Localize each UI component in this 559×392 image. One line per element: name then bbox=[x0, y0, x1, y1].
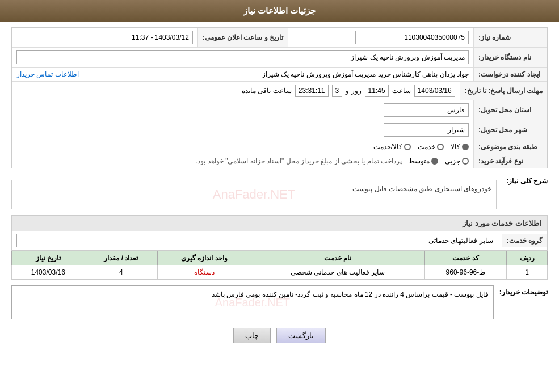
province-input: فارس bbox=[384, 103, 469, 117]
buyer-org-input: مدیریت آموزش وپرورش ناحیه یک شیراز bbox=[16, 50, 469, 64]
description-wrapper: AnaFader.NET خودروهای استیجاری طبق مشخصا… bbox=[11, 174, 497, 209]
city-input: شیراز bbox=[384, 123, 469, 137]
description-label: شرح کلی نیاز: bbox=[502, 174, 548, 185]
group-service-input: سایر فعالیتهای خدماتی bbox=[16, 234, 497, 247]
city-row: شهر محل تحویل: شیراز bbox=[12, 120, 547, 140]
category-row: طبقه بندی موضوعی: کالا خدمت bbox=[12, 140, 547, 154]
province-label: استان محل تحویل: bbox=[473, 100, 547, 120]
city-value: شیراز bbox=[12, 120, 473, 140]
col-service-name: نام خدمت bbox=[251, 251, 424, 265]
province-row: استان محل تحویل: فارس bbox=[12, 100, 547, 120]
deadline-row: مهلت ارسال پاسخ: تا تاریخ: 1403/03/16 سا… bbox=[12, 82, 547, 100]
need-number-label: شماره نیاز: bbox=[473, 28, 547, 47]
radio-jozyi-icon bbox=[462, 158, 469, 165]
announce-date-label: تاریخ و ساعت اعلان عمومی: bbox=[197, 28, 288, 47]
buyer-org-row: نام دستگاه خریدار: مدیریت آموزش وپرورش ن… bbox=[12, 48, 547, 68]
cell-unit: دستگاه bbox=[158, 265, 251, 280]
page-header: جزئیات اطلاعات نیاز bbox=[0, 0, 559, 22]
deadline-date-input: 1403/03/16 bbox=[414, 85, 455, 97]
category-option-kala[interactable]: کالا bbox=[451, 143, 469, 151]
cell-date: 1403/03/16 bbox=[12, 265, 85, 280]
requester-label: ایجاد کننده درخواست: bbox=[473, 68, 547, 81]
buttons-row: بازگشت چاپ bbox=[11, 328, 548, 352]
purchase-type-label: نوع فرآیند خرید: bbox=[473, 154, 547, 168]
buyer-org-label: نام دستگاه خریدار: bbox=[473, 48, 547, 67]
province-value: فارس bbox=[12, 100, 473, 120]
purchase-type-jozyi[interactable]: جزیی bbox=[445, 157, 469, 165]
group-service-label: گروه خدمت: bbox=[502, 234, 547, 247]
buyer-desc-value: AnaFader.NET فایل پیوست - قیمت براساس 4 … bbox=[11, 285, 494, 319]
group-service-value: سایر فعالیتهای خدماتی bbox=[12, 231, 502, 250]
col-row-num: ردیف bbox=[507, 251, 548, 265]
description-text: خودروهای استیجاری طبق مشخصات فایل پیوست bbox=[12, 180, 496, 209]
announce-date-value: 1403/03/12 - 11:37 bbox=[12, 28, 197, 47]
col-date: تاریخ نیاز bbox=[12, 251, 85, 265]
group-service-row: گروه خدمت: سایر فعالیتهای خدماتی bbox=[11, 231, 548, 251]
cell-row-num: 1 bbox=[507, 265, 548, 280]
page-title: جزئیات اطلاعات نیاز bbox=[243, 6, 316, 15]
description-section: شرح کلی نیاز: AnaFader.NET خودروهای استی… bbox=[11, 174, 548, 209]
print-button[interactable]: چاپ bbox=[233, 328, 271, 343]
category-radio-group: کالا خدمت کالا/خدمت bbox=[373, 143, 469, 151]
deadline-remaining-input: 23:31:11 bbox=[295, 85, 329, 97]
purchase-type-motavasset[interactable]: متوسط bbox=[409, 157, 438, 165]
category-value: کالا خدمت کالا/خدمت bbox=[12, 140, 473, 154]
requester-row: ایجاد کننده درخواست: جواد یزدان پناهی کا… bbox=[12, 68, 547, 82]
purchase-type-row: نوع فرآیند خرید: جزیی متوسط پرداخت تمام … bbox=[12, 154, 547, 168]
description-box: AnaFader.NET خودروهای استیجاری طبق مشخصا… bbox=[11, 180, 497, 209]
city-label: شهر محل تحویل: bbox=[473, 120, 547, 140]
deadline-value: 1403/03/16 ساعت 11:45 روز و 3 23:31:11 bbox=[12, 82, 460, 100]
back-button[interactable]: بازگشت bbox=[276, 328, 326, 343]
radio-kala-khedmat-icon bbox=[404, 144, 411, 150]
category-option-khedmat[interactable]: خدمت bbox=[418, 143, 444, 151]
need-number-input: 1103004035000075 bbox=[355, 31, 469, 44]
main-info-section: شماره نیاز: 1103004035000075 تاریخ و ساع… bbox=[11, 27, 548, 168]
col-unit: واحد اندازه گیری bbox=[158, 251, 251, 265]
services-table: ردیف کد خدمت نام خدمت واحد اندازه گیری ت… bbox=[11, 251, 548, 280]
cell-quantity: 4 bbox=[85, 265, 157, 280]
requester-value: جواد یزدان پناهی کارشناس خرید مدیریت آمو… bbox=[12, 68, 473, 81]
deadline-time-input: 11:45 bbox=[365, 85, 389, 97]
services-section-header: اطلاعات خدمات مورد نیاز bbox=[11, 215, 548, 231]
deadline-time-row: 1403/03/16 ساعت 11:45 روز و 3 23:31:11 bbox=[242, 85, 455, 97]
table-row: 1 ط-96-96-960 سایر فعالیت های خدماتی شخص… bbox=[12, 265, 548, 280]
col-service-code: کد خدمت bbox=[424, 251, 507, 265]
buyer-desc-text: فایل پیوست - قیمت براساس 4 راننده در 12 … bbox=[212, 290, 489, 298]
table-header-row: ردیف کد خدمت نام خدمت واحد اندازه گیری ت… bbox=[12, 251, 548, 265]
radio-khedmat-icon bbox=[437, 144, 444, 150]
category-option-kala-khedmat[interactable]: کالا/خدمت bbox=[373, 143, 411, 151]
col-quantity: تعداد / مقدار bbox=[85, 251, 157, 265]
buyer-desc-section: توضیحات خریدار: AnaFader.NET فایل پیوست … bbox=[11, 285, 548, 319]
purchase-type-value: جزیی متوسط پرداخت تمام یا بخشی از مبلغ خ… bbox=[12, 154, 473, 168]
radio-kala-icon bbox=[462, 144, 469, 150]
radio-motavasset-icon bbox=[431, 158, 438, 165]
purchase-type-radio-group: جزیی متوسط bbox=[409, 157, 469, 165]
cell-service-code: ط-96-96-960 bbox=[424, 265, 507, 280]
deadline-days-input: 3 bbox=[332, 85, 343, 97]
buyer-org-value: مدیریت آموزش وپرورش ناحیه یک شیراز bbox=[12, 48, 473, 67]
need-number-value: 1103004035000075 bbox=[288, 28, 473, 47]
contact-info-link[interactable]: اطلاعات تماس خریدار bbox=[16, 70, 79, 78]
need-number-row: شماره نیاز: 1103004035000075 تاریخ و ساع… bbox=[12, 28, 547, 48]
buyer-desc-box: AnaFader.NET فایل پیوست - قیمت براساس 4 … bbox=[11, 285, 494, 319]
cell-service-name: سایر فعالیت های خدماتی شخصی bbox=[251, 265, 424, 280]
category-label: طبقه بندی موضوعی: bbox=[473, 140, 547, 154]
buyer-desc-label: توضیحات خریدار: bbox=[499, 285, 548, 296]
deadline-label: مهلت ارسال پاسخ: تا تاریخ: bbox=[460, 82, 547, 100]
announce-date-input: 1403/03/12 - 11:37 bbox=[91, 31, 193, 44]
